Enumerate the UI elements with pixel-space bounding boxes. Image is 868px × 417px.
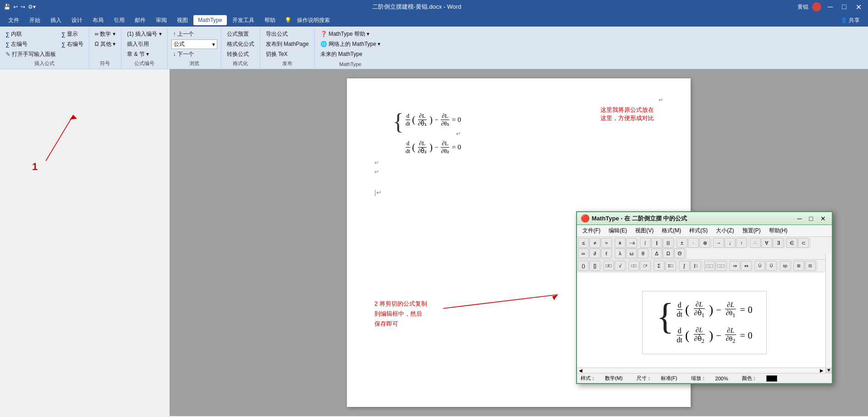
quick-access[interactable]: ⚙▾ [28,4,36,10]
menu-file[interactable]: 文件 [4,15,24,26]
mathtype-scroll-bottom[interactable]: ▼ [825,368,832,373]
menu-references[interactable]: 引用 [109,15,129,26]
mathtype-tool-infty[interactable]: ∞ [578,248,589,258]
redo-btn[interactable]: ↪ [21,4,25,10]
mathtype-tool-cdot[interactable]: · [688,238,699,248]
mathtype-tool-approx[interactable]: ≈ [601,238,612,248]
mathtype-tool-omega[interactable]: ω [626,248,637,258]
mathtype-minimize-btn[interactable]: ─ [795,215,804,222]
mathtype-tool-int2[interactable]: ∫□ [690,261,701,271]
menu-help[interactable]: 帮助 [260,15,280,26]
mathtype-tool-lambda[interactable]: λ [615,248,626,258]
ribbon-btn-math[interactable]: ∞ 数学 ▾ [93,29,118,39]
mathtype-tool-sub[interactable]: □□ [628,261,639,271]
ribbon-btn-next[interactable]: ↓ 下一个 [171,49,217,59]
mathtype-menu-style[interactable]: 样式(S) [686,226,711,236]
mathtype-tool-subset[interactable]: ⊂ [798,238,809,248]
mathtype-tool-bar2[interactable]: ‖ [651,238,662,248]
mathtype-tool-therefore[interactable]: ∴ [750,238,761,248]
close-btn[interactable]: ✕ [853,2,864,12]
ribbon-btn-mathtype-future[interactable]: 未来的 MathType [319,49,383,59]
mathtype-tool-omega-cap[interactable]: Ω [663,248,674,258]
mathtype-menu-edit[interactable]: 编辑(E) [605,226,631,236]
ribbon-btn-other[interactable]: Ω 其他 ▾ [93,39,118,49]
menu-mail[interactable]: 邮件 [130,15,150,26]
mathtype-tool-sum2[interactable]: Σ□ [665,261,676,271]
mathtype-tool-dot-a[interactable]: ȧ [615,238,626,248]
ribbon-btn-mathtype-web[interactable]: 🌐 网络上的 MathType ▾ [319,39,383,49]
menu-layout[interactable]: 布局 [88,15,108,26]
ribbon-btn-inline[interactable]: ∑ 内联 [4,29,58,39]
mathtype-tool-grid[interactable]: ⊞ [793,261,804,271]
mathtype-menu-preset[interactable]: 预置(P) [739,226,764,236]
menu-mathtype[interactable]: MathType [193,15,227,25]
ribbon-btn-display[interactable]: ∑ 显示 [60,29,85,39]
ribbon-btn-insert-ref[interactable]: 插入引用 [125,39,163,49]
ribbon-btn-mathtype-help[interactable]: ❓ MathType 帮助 ▾ [319,29,383,39]
mathtype-tool-partial2[interactable]: ∂ [589,248,600,258]
ribbon-btn-chapter[interactable]: 章 & 节 ▾ [125,49,163,59]
mathtype-tool-theta-cap[interactable]: Θ [674,248,685,258]
mathtype-tool-neq[interactable]: ≠ [589,238,600,248]
mathtype-close-btn[interactable]: ✕ [818,215,828,222]
mathtype-tool-elem[interactable]: ∈ [786,238,797,248]
mathtype-tool-arr2[interactable]: ⇔ [741,261,752,271]
mathtype-tool-pm[interactable]: ± [676,238,687,248]
mathtype-tool-int[interactable]: ∫ [679,261,690,271]
ribbon-dropdown-formula[interactable]: 公式 ▾ [171,39,217,49]
mathtype-tool-over2[interactable]: Ű [766,261,777,271]
mathtype-tool-darr[interactable]: ↓ [725,238,736,248]
mathtype-tool-delta[interactable]: Δ [651,248,662,258]
mathtype-tool-forall[interactable]: ∀ [761,238,772,248]
mathtype-tool-sum[interactable]: Σ [654,261,665,271]
menu-design[interactable]: 设计 [67,15,87,26]
mathtype-tool-space[interactable]: sp [780,261,791,271]
minimize-btn[interactable]: ─ [825,2,835,12]
mathtype-tool-uarr[interactable]: ↑ [736,238,747,248]
mathtype-restore-btn[interactable]: □ [807,215,815,222]
menu-developer[interactable]: 开发工具 [228,15,259,26]
mathtype-tool-sup[interactable]: □² [640,261,651,271]
mathtype-tool-rarr[interactable]: → [713,238,724,248]
ribbon-btn-convert-formula[interactable]: 转换公式 [225,49,256,59]
ribbon-btn-right-num[interactable]: ∑ 右编号 [60,39,85,49]
menu-view[interactable]: 视图 [172,15,192,26]
mathtype-tool-arrow-a[interactable]: →a [626,238,637,248]
mathtype-tool-bar1[interactable]: | [640,238,651,248]
mathtype-editor[interactable]: { d dt ( ∂L ∂θ̇1 [577,272,832,373]
ribbon-btn-mathpage[interactable]: 发布到 MathPage [264,39,311,49]
mathtype-tool-over1[interactable]: Ū [754,261,765,271]
mathtype-tool-exists[interactable]: ∃ [773,238,784,248]
document-area[interactable]: ↵ 这里我将原公式放在这里，方便形成对比 { d dt [170,69,868,416]
mathtype-tool-otimes[interactable]: ⊗ [699,238,710,248]
mathtype-tool-mat2[interactable]: ⬚⬚ [715,261,726,271]
ribbon-btn-left-num[interactable]: ∑ 左编号 [4,39,58,49]
ribbon-btn-format-formula[interactable]: 格式化公式 [225,39,256,49]
mathtype-tool-bracket[interactable]: [] [589,261,600,271]
ribbon-btn-prev[interactable]: ↑ 上一个 [171,29,217,39]
mathtype-tool-frac[interactable]: □/□ [603,261,614,271]
mathtype-hscroll[interactable]: ◀ ▶ [577,368,825,373]
restore-btn[interactable]: □ [839,2,849,12]
menu-insert[interactable]: 插入 [46,15,66,26]
mathtype-tool-grid2[interactable]: ⊟ [805,261,816,271]
mathtype-tool-arr1[interactable]: ⇒ [729,261,740,271]
mathtype-menu-size[interactable]: 大小(Z) [712,226,737,236]
ribbon-btn-insert-num[interactable]: (1) 插入编号 ▾ [125,29,163,39]
ribbon-btn-switch-tex[interactable]: 切换 TeX [264,49,311,59]
undo-btn[interactable]: ↩ [13,4,18,10]
menu-home[interactable]: 开始 [25,15,45,26]
mathtype-tool-theta2[interactable]: θ [637,248,648,258]
ribbon-btn-formula-preset[interactable]: 公式预置 [225,29,256,39]
ribbon-btn-handwrite[interactable]: ✎ 打开手写输入面板 [4,49,58,59]
mathtype-scrollbar[interactable] [825,253,832,373]
mathtype-tool-ell[interactable]: ℓ [601,248,612,258]
mathtype-tool-bar3[interactable]: ||| [663,238,674,248]
share-btn[interactable]: 👤 共享 [836,15,864,26]
menu-search[interactable]: 操作说明搜索 [292,15,335,26]
mathtype-menu-help[interactable]: 帮助(H) [765,226,791,236]
mathtype-menu-file[interactable]: 文件(F) [579,226,604,236]
mathtype-tool-paren[interactable]: () [578,261,589,271]
mathtype-tool-sqrt[interactable]: √ [615,261,626,271]
mathtype-tool-leq[interactable]: ≤ [578,238,589,248]
